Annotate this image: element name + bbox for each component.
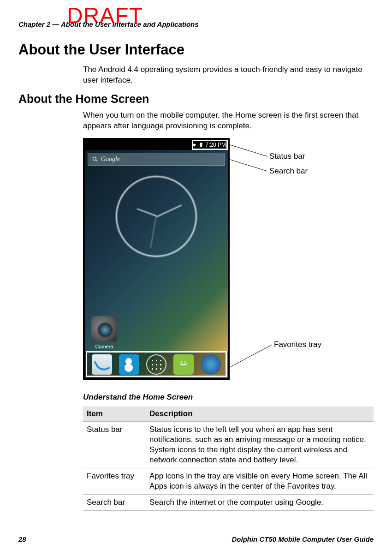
svg-line-4 [229, 144, 267, 156]
table-cell-desc: App icons in the tray are visible on eve… [146, 468, 374, 495]
svg-line-5 [229, 159, 267, 171]
svg-line-3 [96, 160, 98, 162]
table-cell-item: Favorites tray [83, 468, 146, 495]
search-placeholder: Google [101, 155, 120, 163]
table-cell-item: Status bar [83, 421, 146, 468]
page-title: About the User Interface [18, 42, 374, 58]
page-number: 28 [18, 535, 26, 543]
table-header-item: Item [83, 407, 146, 422]
table-row: Search bar Search the internet or the co… [83, 495, 374, 511]
search-bar: Google [88, 153, 225, 166]
table-cell-item: Search bar [83, 495, 146, 511]
camera-label: Camera [91, 344, 117, 349]
table-cell-desc: Search the internet or the computer usin… [146, 495, 374, 511]
table-row: Favorites tray App icons in the tray are… [83, 468, 374, 495]
clock-widget [116, 176, 197, 257]
search-icon [92, 156, 98, 162]
guide-title: Dolphin CT50 Mobile Computer User Guide [232, 535, 374, 543]
phone-screenshot: 7:20 PM Google Camera [83, 138, 230, 380]
favorites-tray-highlight [86, 351, 227, 377]
callout-favorites-tray: Favorites tray [274, 340, 321, 349]
svg-line-6 [229, 345, 272, 368]
table-cell-desc: Status icons to the left tell you when a… [146, 421, 374, 468]
intro-paragraph: The Android 4.4 operating system provide… [83, 65, 374, 86]
status-bar: 7:20 PM [85, 140, 228, 150]
home-screen-figure: 7:20 PM Google Camera [83, 138, 374, 387]
chapter-header: Chapter 2 — About the User Interface and… [18, 20, 199, 28]
callout-search-bar: Search bar [269, 167, 308, 176]
table-row: Status bar Status icons to the left tell… [83, 421, 374, 468]
status-bar-highlight [192, 140, 228, 150]
section-heading: About the Home Screen [18, 92, 374, 106]
callout-status-bar: Status bar [269, 152, 305, 161]
home-screen-table: Item Description Status bar Status icons… [83, 407, 374, 511]
table-header-description: Description [146, 407, 374, 422]
section-paragraph: When you turn on the mobile computer, th… [83, 110, 374, 132]
svg-point-2 [93, 157, 96, 160]
table-title: Understand the Home Screen [83, 393, 374, 402]
camera-app-icon [91, 316, 117, 342]
